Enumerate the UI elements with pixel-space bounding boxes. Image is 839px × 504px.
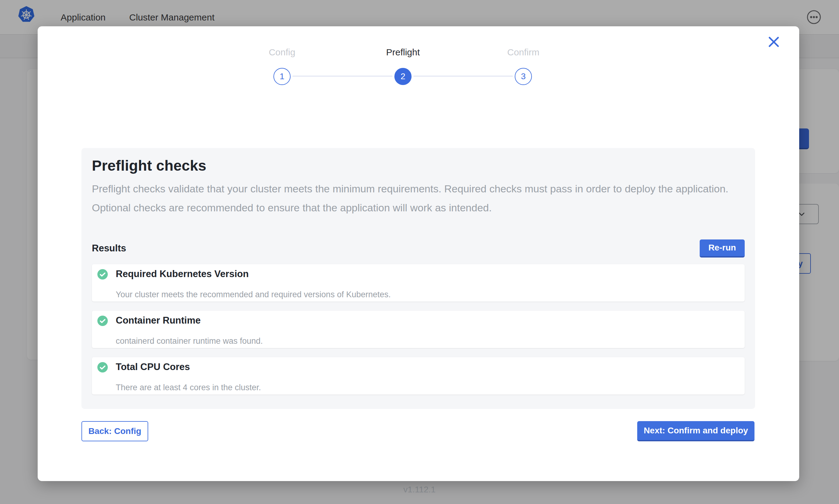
check-title: Total CPU Cores <box>116 361 745 373</box>
preflight-check-item: Required Kubernetes Version Your cluster… <box>92 264 745 302</box>
close-button[interactable] <box>767 35 781 50</box>
panel-description: Preflight checks validate that your clus… <box>92 180 738 217</box>
step-circle-confirm[interactable]: 3 <box>515 68 532 85</box>
preflight-check-item: Container Runtime containerd container r… <box>92 311 745 348</box>
step-label-preflight: Preflight <box>372 47 433 57</box>
results-row: Results Re-run <box>92 239 745 257</box>
preflight-check-item: Total CPU Cores There are at least 4 cor… <box>92 357 745 395</box>
step-connector <box>292 75 393 77</box>
back-button[interactable]: Back: Config <box>82 421 148 441</box>
step-label-confirm: Confirm <box>493 47 554 57</box>
rerun-button[interactable]: Re-run <box>700 239 745 257</box>
check-circle-icon <box>97 316 108 326</box>
check-circle-icon <box>97 269 108 280</box>
step-circle-config[interactable]: 1 <box>273 68 291 85</box>
step-circle-preflight[interactable]: 2 <box>394 68 412 85</box>
check-description: Your cluster meets the recommended and r… <box>116 290 745 300</box>
check-description: There are at least 4 cores in the cluste… <box>116 383 745 392</box>
check-title: Container Runtime <box>116 315 745 326</box>
close-icon <box>767 35 781 49</box>
check-title: Required Kubernetes Version <box>116 269 745 280</box>
step-connector <box>413 75 513 77</box>
preflight-panel: Preflight checks Preflight checks valida… <box>82 148 755 409</box>
check-circle-icon <box>97 362 108 373</box>
screen: Application Cluster Management 0 y v1.11… <box>0 0 839 504</box>
check-description: containerd container runtime was found. <box>116 337 745 346</box>
preflight-modal: Config Preflight Confirm 1 2 3 Preflight… <box>38 26 799 481</box>
panel-title: Preflight checks <box>92 157 745 174</box>
results-label: Results <box>92 243 126 254</box>
step-label-config: Config <box>251 47 313 57</box>
next-button[interactable]: Next: Confirm and deploy <box>637 421 754 441</box>
